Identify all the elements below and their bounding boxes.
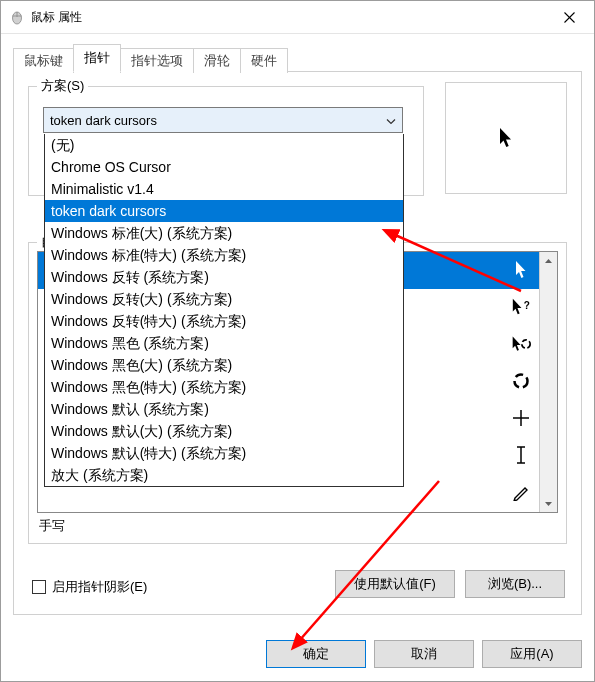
tab-strip: 鼠标键 指针 指针选项 滑轮 硬件 <box>13 44 582 72</box>
content-area: 鼠标键 指针 指针选项 滑轮 硬件 方案(S) token dark curso… <box>1 34 594 627</box>
svg-point-7 <box>515 375 528 388</box>
scheme-label: 方案(S) <box>37 77 88 95</box>
tab-wheel[interactable]: 滑轮 <box>193 48 241 73</box>
help-cursor-icon: ? <box>511 297 531 317</box>
scheme-option[interactable]: Windows 标准(大) (系统方案) <box>45 222 403 244</box>
scheme-option[interactable]: Windows 标准(特大) (系统方案) <box>45 244 403 266</box>
shadow-checkbox-label: 启用指针阴影(E) <box>52 578 147 596</box>
tab-buttons[interactable]: 鼠标键 <box>13 48 74 73</box>
scheme-option[interactable]: Chrome OS Cursor <box>45 156 403 178</box>
browse-button[interactable]: 浏览(B)... <box>465 570 565 598</box>
dialog-buttons: 确定 取消 应用(A) <box>1 627 594 681</box>
arrow-cursor-icon <box>498 127 514 149</box>
apply-button[interactable]: 应用(A) <box>482 640 582 668</box>
svg-point-6 <box>522 340 530 348</box>
scheme-selected-value: token dark cursors <box>50 113 157 128</box>
shadow-checkbox[interactable] <box>32 580 46 594</box>
cursor-buttons: 使用默认值(F) 浏览(B)... <box>335 570 565 598</box>
tab-pointer-options[interactable]: 指针选项 <box>120 48 194 73</box>
mouse-properties-window: 鼠标 属性 鼠标键 指针 指针选项 滑轮 硬件 方案(S) token dark… <box>0 0 595 682</box>
mouse-icon <box>9 9 25 25</box>
scheme-option[interactable]: Windows 反转 (系统方案) <box>45 266 403 288</box>
scroll-up-button[interactable] <box>540 252 557 269</box>
titlebar: 鼠标 属性 <box>1 1 594 34</box>
use-default-button[interactable]: 使用默认值(F) <box>335 570 455 598</box>
cancel-button[interactable]: 取消 <box>374 640 474 668</box>
cursor-list-row[interactable] <box>38 511 539 512</box>
pen-cursor-icon <box>511 482 531 502</box>
text-cursor-icon <box>511 445 531 465</box>
scheme-dropdown[interactable]: (无)Chrome OS CursorMinimalistic v1.4toke… <box>44 134 404 487</box>
scheme-group: 方案(S) token dark cursors (无)Chrome OS Cu… <box>28 86 424 196</box>
window-title: 鼠标 属性 <box>31 9 546 26</box>
scheme-option[interactable]: token dark cursors <box>45 200 403 222</box>
scrollbar[interactable] <box>539 252 557 512</box>
tab-pointers-panel: 方案(S) token dark cursors (无)Chrome OS Cu… <box>13 71 582 615</box>
arrow-cursor-icon <box>511 260 531 280</box>
svg-text:?: ? <box>524 300 530 311</box>
scheme-combobox[interactable]: token dark cursors (无)Chrome OS CursorMi… <box>43 107 403 133</box>
ok-button[interactable]: 确定 <box>266 640 366 668</box>
cursor-preview <box>445 82 567 194</box>
precision-cursor-icon <box>511 408 531 428</box>
scroll-down-button[interactable] <box>540 495 557 512</box>
close-button[interactable] <box>546 2 592 32</box>
scheme-option[interactable]: Windows 黑色 (系统方案) <box>45 332 403 354</box>
handwrite-label: 手写 <box>37 513 558 535</box>
scheme-option[interactable]: Windows 黑色(特大) (系统方案) <box>45 376 403 398</box>
tab-pointers[interactable]: 指针 <box>73 44 121 72</box>
scheme-option[interactable]: Windows 反转(特大) (系统方案) <box>45 310 403 332</box>
scheme-option[interactable]: Windows 默认 (系统方案) <box>45 398 403 420</box>
scheme-option[interactable]: Windows 黑色(大) (系统方案) <box>45 354 403 376</box>
scheme-option[interactable]: 放大 (系统方案) <box>45 464 403 486</box>
chevron-down-icon <box>386 113 396 128</box>
scheme-option[interactable]: (无) <box>45 134 403 156</box>
scheme-option[interactable]: Windows 默认(大) (系统方案) <box>45 420 403 442</box>
scheme-option[interactable]: Minimalistic v1.4 <box>45 178 403 200</box>
busy-arrow-cursor-icon <box>511 334 531 354</box>
busy-cursor-icon <box>511 371 531 391</box>
scheme-option[interactable]: Windows 默认(特大) (系统方案) <box>45 442 403 464</box>
close-icon <box>564 12 575 23</box>
tab-hardware[interactable]: 硬件 <box>240 48 288 73</box>
scheme-option[interactable]: Windows 反转(大) (系统方案) <box>45 288 403 310</box>
shadow-checkbox-row[interactable]: 启用指针阴影(E) <box>32 578 147 596</box>
